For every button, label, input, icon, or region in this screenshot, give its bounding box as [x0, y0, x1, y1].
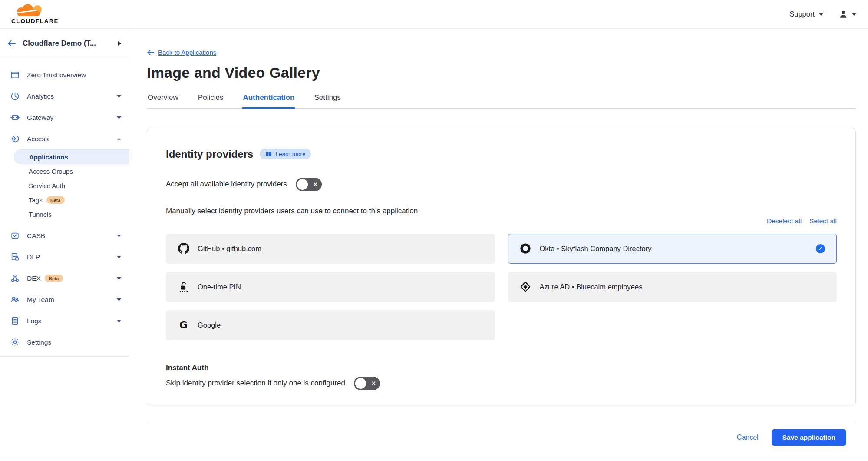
sidebar-item-casb[interactable]: CASB: [0, 225, 129, 246]
chevron-down-icon: [117, 277, 121, 280]
sidebar-item-settings[interactable]: Settings: [0, 332, 129, 353]
top-bar: CLOUDFLARE Support: [0, 0, 868, 29]
sidebar-item-label: Gateway: [27, 114, 117, 122]
sidebar-item-access[interactable]: Access: [0, 128, 129, 149]
cloudflare-wordmark: CLOUDFLARE: [11, 18, 59, 24]
sidebar: Cloudflare Demo (T... Zero Trust overvie…: [0, 29, 129, 461]
github-icon: [178, 243, 189, 255]
casb-icon: [10, 231, 20, 240]
sidebar-item-label: Access: [27, 135, 117, 143]
page-title: Image and Video Gallery: [147, 64, 856, 81]
deselect-all-link[interactable]: Deselect all: [767, 217, 802, 225]
book-icon: [265, 151, 272, 157]
sidebar-nav: Zero Trust overview Analytics Gateway: [0, 58, 129, 353]
access-subnav: Applications Access Groups Service Auth …: [0, 149, 129, 222]
sub-item-label: Applications: [29, 153, 68, 161]
cancel-button[interactable]: Cancel: [737, 434, 759, 441]
check-glyph: ✓: [818, 245, 822, 252]
provider-card-okta[interactable]: Okta • Skyflash Company Directory ✓: [508, 234, 837, 264]
azure-ad-icon: [520, 281, 531, 293]
sidebar-item-tags[interactable]: Tags Beta: [0, 193, 129, 207]
chevron-down-icon: [117, 235, 121, 237]
footer-divider: [147, 423, 856, 423]
sidebar-item-zero-trust-overview[interactable]: Zero Trust overview: [0, 64, 129, 86]
sidebar-item-label: CASB: [27, 232, 117, 240]
chevron-up-icon: [117, 138, 121, 140]
chevron-down-icon: [117, 320, 121, 322]
user-icon: [838, 10, 848, 19]
sub-item-label: Service Auth: [29, 182, 65, 189]
back-to-applications-link[interactable]: Back to Applications: [147, 49, 216, 56]
provider-card-github[interactable]: GitHub • github.com: [166, 234, 495, 264]
sidebar-item-label: DLP: [27, 253, 117, 261]
sidebar-item-applications[interactable]: Applications: [14, 149, 129, 164]
sidebar-item-label: Zero Trust overview: [27, 71, 121, 79]
provider-card-azure-ad[interactable]: Azure AD • Bluecalm employees: [508, 272, 837, 302]
dex-icon: [10, 274, 20, 283]
support-label: Support: [789, 10, 815, 18]
account-menu[interactable]: [838, 10, 857, 19]
instant-auth-toggle[interactable]: ✕: [354, 377, 380, 390]
sidebar-item-service-auth[interactable]: Service Auth: [0, 179, 129, 193]
back-arrow-icon[interactable]: [7, 40, 17, 47]
sidebar-item-gateway[interactable]: Gateway: [0, 107, 129, 128]
footer-actions: Cancel Save application: [147, 429, 856, 446]
gateway-icon: [10, 113, 20, 122]
chevron-down-icon: [117, 95, 121, 98]
cloudflare-logo[interactable]: CLOUDFLARE: [11, 4, 59, 24]
sidebar-item-label: Logs: [27, 317, 117, 325]
sidebar-item-logs[interactable]: Logs: [0, 310, 129, 332]
sidebar-item-dex[interactable]: DEX Beta: [0, 268, 129, 289]
sub-item-label: Tunnels: [29, 211, 52, 218]
accept-all-toggle-label: Accept all available identity providers: [166, 180, 287, 189]
instant-auth-description: Skip identity provider selection if only…: [166, 379, 345, 388]
tab-policies[interactable]: Policies: [197, 93, 224, 108]
provider-label: Okta • Skyflash Company Directory: [540, 245, 652, 253]
sidebar-item-label: Settings: [27, 338, 121, 346]
card-heading: Identity providers: [166, 148, 253, 160]
sidebar-item-tunnels[interactable]: Tunnels: [0, 207, 129, 222]
learn-more-badge[interactable]: Learn more: [260, 149, 311, 159]
sidebar-account-header[interactable]: Cloudflare Demo (T...: [0, 29, 129, 58]
gear-icon: [10, 338, 20, 347]
logs-icon: [10, 316, 20, 325]
provider-card-google[interactable]: G Google: [166, 310, 495, 340]
main-content: Back to Applications Image and Video Gal…: [129, 0, 868, 446]
cloudflare-cloud-icon: [11, 4, 49, 18]
support-menu[interactable]: Support: [789, 10, 824, 18]
save-application-button[interactable]: Save application: [772, 429, 846, 446]
chevron-down-icon: [117, 116, 121, 119]
sub-item-label: Access Groups: [29, 168, 73, 175]
sidebar-item-analytics[interactable]: Analytics: [0, 86, 129, 107]
manual-select-text: Manually select identity providers users…: [166, 207, 837, 216]
toggle-off-x-icon: ✕: [313, 181, 318, 188]
tab-authentication[interactable]: Authentication: [242, 93, 295, 108]
instant-auth-title: Instant Auth: [166, 364, 837, 372]
chevron-down-icon: [851, 13, 857, 16]
provider-label: Google: [198, 321, 221, 329]
sidebar-item-text: DEX: [27, 275, 41, 282]
provider-label: Azure AD • Bluecalm employees: [540, 283, 643, 291]
tab-bar: Overview Policies Authentication Setting…: [147, 93, 856, 109]
accept-all-toggle[interactable]: ✕: [296, 178, 322, 191]
sidebar-item-dlp[interactable]: DLP: [0, 246, 129, 268]
tab-overview[interactable]: Overview: [147, 93, 179, 108]
beta-badge: Beta: [45, 275, 63, 282]
provider-card-one-time-pin[interactable]: One-time PIN: [166, 272, 495, 302]
select-all-link[interactable]: Select all: [809, 217, 837, 225]
google-g-glyph: G: [179, 319, 188, 331]
access-icon: [10, 134, 20, 143]
sidebar-item-access-groups[interactable]: Access Groups: [0, 164, 129, 179]
toggle-off-x-icon: ✕: [371, 380, 376, 387]
toggle-knob: [297, 179, 308, 190]
chevron-right-icon[interactable]: [118, 41, 121, 46]
sub-item-label: Tags: [29, 196, 43, 204]
sidebar-item-my-team[interactable]: My Team: [0, 289, 129, 310]
left-arrow-icon: [147, 50, 155, 56]
dlp-icon: [10, 252, 20, 262]
provider-label: One-time PIN: [198, 283, 241, 291]
identity-providers-card: Identity providers Learn more Accept all…: [147, 128, 856, 405]
tab-settings[interactable]: Settings: [313, 93, 341, 108]
one-time-pin-icon: [178, 281, 189, 293]
toggle-knob: [355, 378, 366, 389]
